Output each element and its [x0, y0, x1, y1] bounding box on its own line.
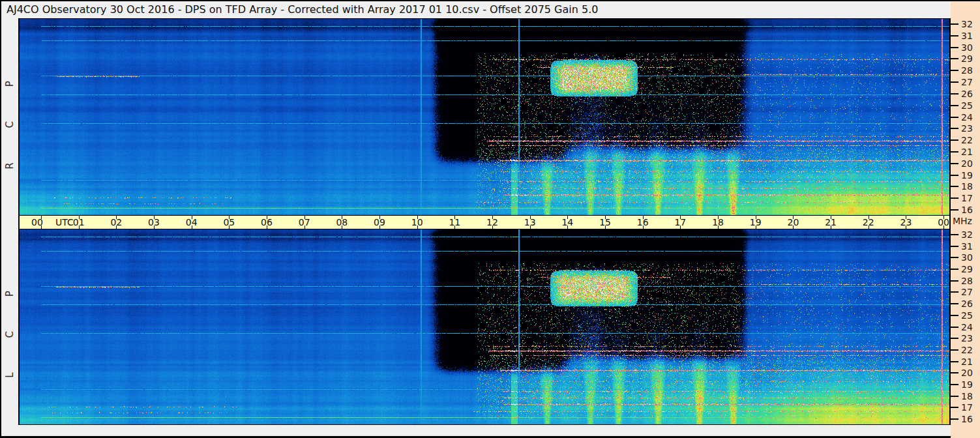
time-tick-label: 03	[148, 217, 160, 227]
freq-tick-label: 26	[961, 89, 978, 99]
time-tick-label: 06	[261, 217, 273, 227]
freq-tick	[951, 303, 958, 304]
time-tick-label: 13	[524, 217, 536, 227]
freq-tick-label: 30	[961, 42, 978, 53]
freq-tick-label: 25	[961, 100, 978, 111]
freq-tick-label: 29	[961, 264, 978, 274]
freq-tick	[951, 361, 958, 362]
freq-tick	[951, 315, 958, 316]
lcp-spectrogram	[20, 229, 949, 424]
freq-tick	[951, 246, 958, 247]
freq-tick-label: 21	[961, 147, 978, 157]
freq-tick	[951, 372, 958, 373]
freq-tick-label: 25	[961, 310, 978, 321]
freq-tick	[951, 47, 958, 48]
freq-tick-label: 29	[961, 53, 978, 64]
freq-tick	[951, 327, 958, 328]
time-tick-label: 19	[750, 217, 762, 227]
freq-tick-label: 16	[961, 205, 978, 215]
time-tick-label: 20	[787, 217, 799, 227]
freq-tick	[951, 175, 958, 176]
freq-tick-label: 32	[961, 229, 978, 240]
time-tick-label: 22	[863, 217, 874, 227]
mhz-unit-label: MHz	[953, 216, 979, 226]
freq-tick-label: 23	[961, 333, 978, 343]
freq-tick-label: 18	[961, 181, 978, 192]
freq-tick	[951, 128, 958, 129]
window-title: AJ4CO Observatory 30 Oct 2016 - DPS on T…	[7, 3, 598, 16]
freq-tick	[951, 418, 958, 420]
time-tick-label: 10	[411, 217, 423, 227]
freq-tick-label: 28	[961, 276, 978, 286]
time-tick-label: 15	[599, 217, 611, 227]
time-tick-label: 14	[561, 217, 573, 227]
freq-tick	[951, 280, 958, 282]
freq-tick-label: 19	[961, 379, 978, 390]
freq-tick-label: 18	[961, 391, 978, 402]
freq-tick	[951, 257, 958, 258]
title-bar: AJ4CO Observatory 30 Oct 2016 - DPS on T…	[1, 1, 951, 18]
time-tick-label: 05	[223, 217, 235, 227]
freq-tick-label: 24	[961, 322, 978, 332]
freq-tick-label: 17	[961, 402, 978, 413]
freq-tick	[951, 139, 958, 141]
freq-tick	[951, 338, 958, 339]
freq-tick	[951, 70, 958, 71]
freq-tick	[951, 291, 958, 293]
freq-tick	[951, 163, 958, 164]
time-tick-label: 21	[825, 217, 837, 227]
time-tick-label: 17	[674, 217, 686, 227]
freq-tick-label: 22	[961, 135, 978, 145]
freq-tick-label: 27	[961, 287, 978, 297]
freq-tick	[951, 93, 958, 95]
freq-tick-label: 27	[961, 77, 978, 87]
freq-tick	[951, 396, 958, 397]
freq-tick	[951, 269, 958, 270]
freq-tick-label: 24	[961, 112, 978, 123]
freq-tick	[951, 105, 958, 106]
freq-tick-label: 31	[961, 31, 978, 41]
freq-tick	[951, 349, 958, 351]
time-tick-label: 00	[938, 217, 949, 227]
time-axis: 0001020304050607080910111213141516171819…	[20, 215, 949, 229]
freq-tick	[951, 81, 958, 83]
freq-tick-label: 30	[961, 252, 978, 263]
freq-tick-label: 28	[961, 65, 978, 76]
freq-tick	[951, 58, 958, 59]
freq-tick-label: 20	[961, 368, 978, 378]
freq-tick-label: 26	[961, 299, 978, 309]
time-tick-label: 00	[31, 217, 43, 227]
time-tick-label: 18	[712, 217, 724, 227]
time-tick-label: 04	[186, 217, 198, 227]
time-tick-label: 07	[299, 217, 310, 227]
time-tick-label: 23	[900, 217, 912, 227]
freq-tick	[951, 234, 958, 235]
freq-tick	[951, 384, 958, 385]
freq-tick-label: 22	[961, 345, 978, 355]
freq-tick-label: 23	[961, 123, 978, 134]
freq-tick-label: 20	[961, 158, 978, 169]
time-tick-label: 08	[336, 217, 348, 227]
time-tick-label: 01	[73, 217, 85, 227]
freq-tick	[951, 23, 958, 25]
freq-tick	[951, 151, 958, 153]
freq-tick-label: 19	[961, 170, 978, 181]
freq-tick	[951, 197, 958, 199]
time-tick-label: 09	[374, 217, 385, 227]
freq-tick-label: 17	[961, 193, 978, 203]
freq-tick-label: 31	[961, 241, 978, 252]
freq-tick-label: 16	[961, 414, 978, 424]
freq-tick	[951, 35, 958, 36]
freq-tick	[951, 117, 958, 118]
freq-tick-label: 32	[961, 19, 978, 29]
time-tick-label: 12	[486, 217, 498, 227]
time-tick-label: 11	[449, 217, 460, 227]
freq-tick-label: 21	[961, 357, 978, 367]
utc-unit-label: UTC	[55, 217, 74, 227]
freq-tick	[951, 186, 958, 187]
freq-tick	[951, 209, 958, 211]
freq-tick	[951, 407, 958, 408]
time-tick-label: 02	[110, 217, 122, 227]
rcp-spectrogram	[20, 19, 949, 215]
spectrogram-area: 0001020304050607080910111213141516171819…	[18, 18, 951, 425]
